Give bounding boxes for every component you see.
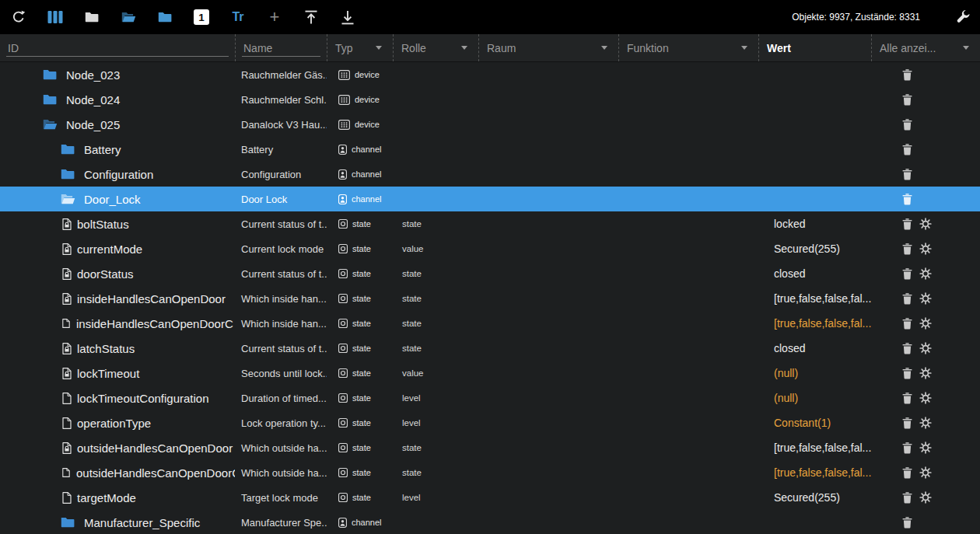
folder-open-icon[interactable] — [61, 194, 75, 204]
table-row[interactable]: Node_023Rauchmelder Gäs...device — [0, 62, 980, 87]
typ-filter-dropdown[interactable]: Typ — [327, 34, 393, 61]
doc-icon[interactable] — [62, 417, 72, 429]
rolle-filter-dropdown[interactable]: Rolle — [393, 34, 478, 61]
folder-icon[interactable] — [43, 69, 57, 80]
refresh-icon[interactable] — [11, 8, 26, 26]
folder-icon[interactable] — [61, 169, 75, 180]
table-row[interactable]: doorStatusCurrent status of t...statesta… — [0, 261, 980, 286]
alle-anzeigen-dropdown[interactable]: Alle anzei... — [871, 34, 980, 61]
trash-icon[interactable] — [902, 492, 912, 504]
doc-lock-icon[interactable] — [62, 343, 72, 354]
table-row[interactable]: Door_LockDoor Lockchannel — [0, 187, 980, 211]
text-format-button[interactable]: Tr — [230, 8, 246, 26]
doc-lock-icon[interactable] — [62, 243, 72, 255]
row-value — [758, 162, 871, 187]
table-row[interactable]: insideHandlesCanOpenDoorCWhich inside ha… — [0, 311, 980, 336]
gear-icon[interactable] — [919, 342, 932, 354]
status-text: Objekte: 9937, Zustände: 8331 — [792, 12, 920, 23]
trash-icon[interactable] — [902, 218, 912, 230]
gear-icon[interactable] — [919, 317, 932, 330]
gear-icon[interactable] — [919, 218, 932, 230]
badge-one-button[interactable]: 1 — [194, 9, 209, 25]
table-row[interactable]: Node_025Danalock V3 Hau...device — [0, 112, 980, 137]
trash-icon[interactable] — [902, 94, 912, 106]
table-row[interactable]: insideHandlesCanOpenDoorWhich inside han… — [0, 286, 980, 311]
row-type-label: state — [352, 269, 371, 278]
upload-icon[interactable] — [303, 8, 319, 26]
id-filter[interactable] — [0, 34, 235, 61]
trash-icon[interactable] — [902, 467, 912, 479]
gear-icon[interactable] — [919, 292, 932, 305]
doc-lock-icon[interactable] — [62, 368, 72, 379]
id-filter-input[interactable] — [8, 42, 227, 54]
gear-icon[interactable] — [919, 267, 932, 280]
doc-small-icon[interactable] — [62, 468, 70, 477]
folder-blue-icon[interactable] — [157, 8, 173, 26]
gear-icon[interactable] — [919, 417, 932, 429]
doc-lock-icon[interactable] — [62, 268, 72, 280]
trash-icon[interactable] — [902, 119, 912, 131]
doc-lock-icon[interactable] — [62, 442, 72, 454]
table-row[interactable]: outsideHandlesCanOpenDoorWhich outside h… — [0, 435, 980, 460]
gear-icon[interactable] — [919, 367, 932, 379]
table-row[interactable]: Manufacturer_SpecificManufacturer Spe...… — [0, 510, 980, 534]
state-icon — [338, 319, 348, 328]
doc-icon[interactable] — [62, 492, 72, 504]
folder-open-icon[interactable] — [121, 8, 136, 26]
folder-icon[interactable] — [61, 517, 75, 528]
row-name: Current status of t... — [235, 211, 327, 236]
table-row[interactable]: ConfigurationConfigurationchannel — [0, 162, 980, 187]
table-row[interactable]: Node_024Rauchmelder Schl...device — [0, 87, 980, 112]
gear-icon[interactable] — [919, 243, 932, 255]
wrench-icon[interactable] — [955, 8, 971, 26]
trash-icon[interactable] — [902, 393, 912, 404]
trash-icon[interactable] — [902, 442, 912, 454]
folder-open-icon[interactable] — [43, 119, 58, 130]
columns-icon[interactable] — [47, 8, 63, 26]
trash-icon[interactable] — [902, 417, 912, 429]
folder-icon[interactable] — [43, 94, 57, 105]
table-row[interactable]: lockTimeoutSeconds until lock...stateval… — [0, 361, 980, 386]
trash-icon[interactable] — [902, 517, 912, 529]
row-function — [618, 510, 758, 534]
trash-icon[interactable] — [902, 144, 912, 155]
trash-icon[interactable] — [902, 343, 912, 354]
trash-icon[interactable] — [902, 243, 912, 255]
gear-icon[interactable] — [919, 491, 932, 504]
trash-icon[interactable] — [902, 368, 912, 379]
trash-icon[interactable] — [902, 169, 912, 180]
add-button[interactable]: + — [267, 8, 282, 26]
table-row[interactable]: currentModeCurrent lock modestatevalueSe… — [0, 236, 980, 261]
table-row[interactable]: boltStatusCurrent status of t...statesta… — [0, 211, 980, 236]
table-row[interactable]: latchStatusCurrent status of t...statest… — [0, 336, 980, 361]
table-row[interactable]: outsideHandlesCanOpenDoorCWhich outside … — [0, 460, 980, 485]
row-type: device — [327, 62, 393, 87]
gear-icon[interactable] — [919, 442, 932, 454]
doc-lock-icon[interactable] — [62, 293, 72, 305]
row-type: state — [327, 485, 393, 510]
table-row[interactable]: operationTypeLock operation ty...statele… — [0, 410, 980, 435]
funktion-filter-dropdown[interactable]: Funktion — [618, 34, 758, 61]
row-role: state — [393, 336, 478, 361]
raum-filter-dropdown[interactable]: Raum — [478, 34, 618, 61]
trash-icon[interactable] — [902, 268, 912, 280]
folder-icon[interactable] — [84, 8, 100, 26]
gear-icon[interactable] — [919, 392, 932, 404]
table-row[interactable]: BatteryBatterychannel — [0, 137, 980, 162]
gear-icon[interactable] — [919, 466, 932, 479]
trash-icon[interactable] — [902, 69, 912, 81]
trash-icon[interactable] — [902, 318, 912, 330]
doc-icon[interactable] — [62, 393, 72, 404]
doc-small-icon[interactable] — [62, 319, 70, 328]
doc-lock-icon[interactable] — [62, 218, 72, 230]
download-icon[interactable] — [340, 8, 355, 26]
table-row[interactable]: targetModeTarget lock modestatelevelSecu… — [0, 485, 980, 510]
row-name: Lock operation ty... — [235, 410, 327, 435]
folder-icon[interactable] — [61, 144, 75, 155]
trash-icon[interactable] — [902, 293, 912, 305]
row-name: Seconds until lock... — [235, 361, 327, 386]
name-filter[interactable]: Name — [235, 34, 327, 61]
table-row[interactable]: lockTimeoutConfigurationDuration of time… — [0, 386, 980, 410]
trash-icon[interactable] — [902, 194, 912, 205]
row-name: Which outside ha... — [235, 435, 327, 460]
